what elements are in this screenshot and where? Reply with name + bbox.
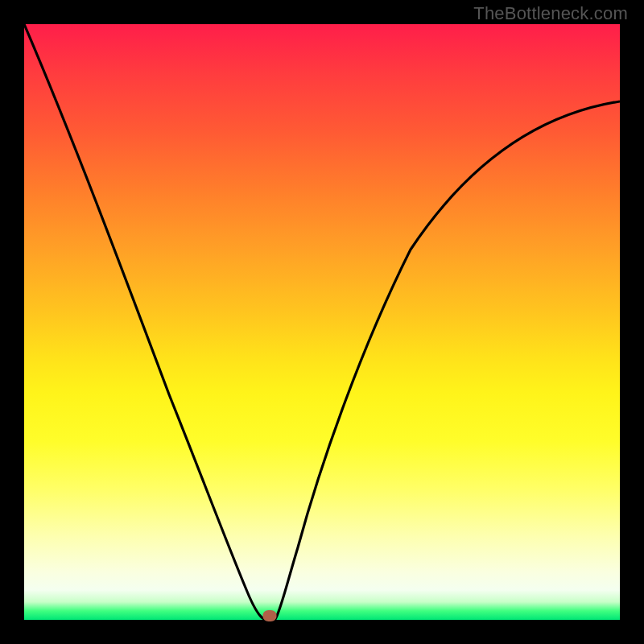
chart-frame: TheBottleneck.com — [0, 0, 644, 644]
curve-path — [24, 24, 620, 619]
watermark-text: TheBottleneck.com — [473, 3, 628, 24]
bottleneck-curve — [24, 24, 620, 620]
bottleneck-marker — [263, 610, 277, 621]
plot-area — [24, 24, 620, 620]
